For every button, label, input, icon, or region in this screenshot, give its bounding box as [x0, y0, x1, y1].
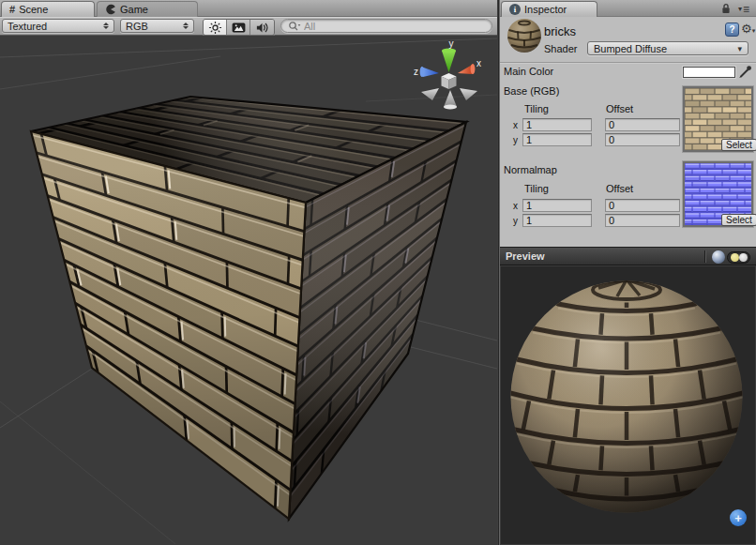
info-icon: i — [509, 4, 521, 15]
tab-inspector-label: Inspector — [524, 4, 567, 15]
normalmap-tiling-y-input[interactable] — [522, 214, 592, 227]
main-color-label: Main Color — [504, 66, 553, 77]
base-offset-x-input[interactable] — [605, 118, 680, 131]
preview-sphere — [501, 266, 755, 544]
normalmap-tiling-label: Tiling — [524, 183, 549, 194]
unity-editor-window: # Scene Game Textured RGB — [0, 0, 756, 545]
tab-scene[interactable]: # Scene — [1, 1, 95, 17]
lighting-toggle-button[interactable] — [204, 20, 227, 35]
skybox-toggle-button[interactable] — [227, 20, 250, 35]
panel-menu-icon[interactable]: ▾ ≡ — [738, 5, 749, 14]
render-channel-dropdown[interactable]: RGB — [120, 19, 194, 33]
sun-icon — [208, 21, 222, 35]
normalmap-select-button[interactable]: Select — [721, 214, 756, 226]
tab-inspector[interactable]: i Inspector — [501, 1, 597, 17]
audio-toggle-button[interactable] — [250, 20, 274, 35]
render-channel-value: RGB — [126, 21, 148, 32]
draw-mode-value: Textured — [8, 21, 47, 32]
normalmap-label: Normalmap — [504, 164, 557, 175]
separator — [500, 62, 756, 63]
base-offset-label: Offset — [606, 103, 633, 114]
scene-grid-icon: # — [9, 4, 15, 15]
gear-icon[interactable]: ⚙ ▾ — [741, 22, 755, 36]
separator — [704, 250, 705, 263]
normalmap-offset-y-input[interactable] — [605, 214, 680, 227]
preview-header[interactable]: Preview — [500, 247, 756, 265]
eyedropper-icon[interactable] — [738, 64, 753, 79]
light-on-icon — [731, 253, 739, 262]
svg-text:z: z — [414, 67, 418, 77]
tab-scene-label: Scene — [19, 4, 48, 15]
scene-panel: # Scene Game Textured RGB — [0, 0, 497, 545]
base-tiling-y-input[interactable] — [522, 133, 592, 146]
light-off-icon — [739, 253, 748, 262]
preview-lighting-button[interactable] — [727, 251, 750, 264]
game-pacman-icon — [105, 4, 116, 15]
base-x-label: x — [513, 120, 518, 130]
tab-game-label: Game — [120, 4, 148, 15]
base-tiling-x-input[interactable] — [522, 118, 592, 131]
base-texture-label: Base (RGB) — [504, 85, 559, 97]
help-icon[interactable]: ? — [725, 23, 739, 37]
updown-arrows-icon — [103, 23, 109, 29]
material-preview-icon — [507, 18, 542, 53]
draw-mode-dropdown[interactable]: Textured — [2, 19, 114, 33]
preview-shape-button[interactable] — [712, 250, 725, 264]
scene-viewport[interactable]: yzx — [0, 36, 497, 545]
scene-tabstrip: # Scene Game — [0, 0, 497, 17]
svg-text:x: x — [476, 58, 481, 68]
preview-title: Preview — [506, 250, 545, 262]
normalmap-offset-label: Offset — [606, 183, 633, 194]
add-button[interactable]: + — [730, 509, 747, 526]
lock-icon[interactable] — [721, 3, 731, 15]
shader-dropdown[interactable]: Bumped Diffuse ▾ — [587, 41, 748, 55]
search-input[interactable] — [304, 21, 485, 32]
normalmap-offset-x-input[interactable] — [605, 199, 680, 212]
tab-game[interactable]: Game — [97, 1, 198, 17]
normalmap-y-label: y — [513, 216, 518, 226]
base-y-label: y — [513, 135, 518, 145]
inspector-tab-tools: ▾ ≡ — [721, 3, 749, 15]
scene-toolbar: Textured RGB — [0, 17, 497, 36]
main-color-swatch[interactable] — [683, 67, 735, 78]
base-offset-y-input[interactable] — [605, 133, 680, 146]
image-icon — [232, 21, 246, 35]
svg-text:y: y — [449, 38, 454, 49]
base-tiling-label: Tiling — [524, 103, 549, 114]
updown-arrows-icon — [183, 23, 189, 29]
speaker-icon — [255, 21, 269, 35]
inspector-tabstrip: i Inspector ▾ ≡ — [500, 0, 756, 17]
base-texture-select-button[interactable]: Select — [721, 139, 756, 151]
scene-view-toggles — [203, 19, 275, 36]
material-name: bricks — [544, 24, 576, 38]
search-icon — [288, 21, 301, 32]
scene-3d-view[interactable]: yzx — [0, 36, 497, 545]
inspector-panel: i Inspector ▾ ≡ — [500, 0, 756, 545]
preview-viewport[interactable]: + — [500, 265, 756, 545]
normalmap-tiling-x-input[interactable] — [522, 199, 592, 212]
scene-search-field[interactable] — [280, 19, 492, 33]
shader-label: Shader — [544, 43, 577, 54]
normalmap-x-label: x — [513, 201, 518, 211]
shader-value: Bumped Diffuse — [594, 43, 667, 54]
chevron-down-icon: ▾ — [737, 44, 742, 53]
